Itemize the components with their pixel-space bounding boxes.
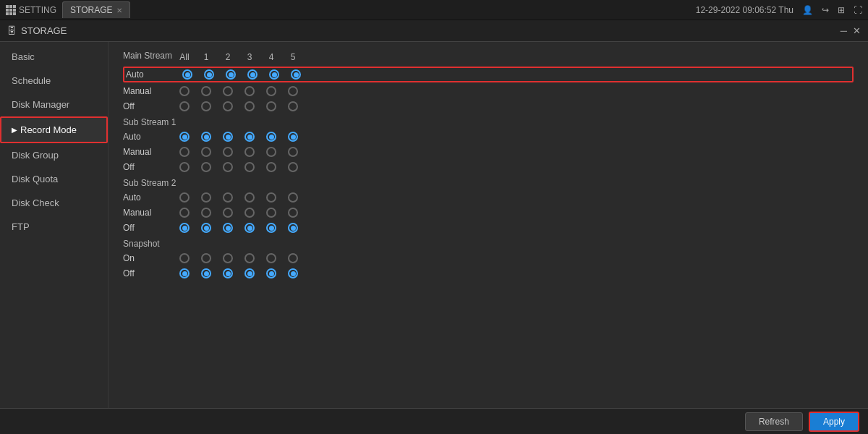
snap-on-row: On	[123, 252, 854, 265]
radio-ms-off-5[interactable]	[282, 101, 304, 111]
topbar: SETTING STORAGE ✕ 12-29-2022 09:06:52 Th…	[0, 0, 868, 20]
radio-ss1-auto-5[interactable]	[282, 132, 304, 142]
radio-ss2-auto-1[interactable]	[195, 192, 217, 203]
radio-ss1-auto-3[interactable]	[239, 132, 260, 142]
radio-ss1-off-5[interactable]	[282, 162, 304, 172]
radio-ss2-auto-all[interactable]	[174, 192, 195, 203]
fullscreen-icon[interactable]: ⛶	[854, 5, 862, 15]
datetime: 12-29-2022 09:06:52 Thu	[696, 5, 793, 15]
radio-ss2-off-1[interactable]	[195, 223, 217, 233]
radio-ss1-manual-all[interactable]	[174, 147, 195, 157]
radio-ss2-manual-2[interactable]	[217, 208, 239, 218]
radio-ss1-off-4[interactable]	[260, 162, 282, 172]
radio-ss2-off-4[interactable]	[260, 223, 282, 233]
radio-ms-manual-5[interactable]	[282, 86, 304, 96]
radio-ms-manual-1[interactable]	[195, 86, 217, 96]
logout-icon[interactable]: ↪	[822, 5, 829, 15]
radio-ss2-manual-3[interactable]	[239, 208, 260, 218]
user-icon[interactable]: 👤	[802, 5, 813, 15]
ss2-manual-row: Manual	[123, 206, 854, 219]
radio-ss1-auto-all[interactable]	[174, 132, 195, 142]
radio-ss2-auto-3[interactable]	[239, 192, 260, 203]
radio-ms-manual-3[interactable]	[239, 86, 260, 96]
col-1: 1	[195, 52, 217, 62]
sidebar-item-record-mode[interactable]: ▶ Record Mode	[0, 116, 108, 143]
radio-ms-manual-2[interactable]	[217, 86, 239, 96]
radio-snap-on-3[interactable]	[239, 253, 260, 263]
radio-snap-on-1[interactable]	[195, 253, 217, 263]
sidebar-item-disk-group[interactable]: Disk Group	[0, 143, 108, 167]
radio-snap-off-5[interactable]	[282, 268, 304, 278]
radio-ss1-auto-2[interactable]	[217, 132, 239, 142]
radio-ms-off-3[interactable]	[239, 101, 260, 111]
radio-ss2-manual-5[interactable]	[282, 208, 304, 218]
radio-ss1-manual-1[interactable]	[195, 147, 217, 157]
radio-ss2-off-all[interactable]	[174, 223, 195, 233]
radio-ss2-manual-4[interactable]	[260, 208, 282, 218]
sidebar-item-ftp[interactable]: FTP	[0, 215, 108, 239]
minimize-icon[interactable]: ─	[841, 25, 847, 36]
radio-ms-manual-4[interactable]	[260, 86, 282, 96]
radio-ms-off-1[interactable]	[195, 101, 217, 111]
storage-icon: 🗄	[7, 25, 17, 36]
radio-ms-off-2[interactable]	[217, 101, 239, 111]
radio-ss2-off-2[interactable]	[217, 223, 239, 233]
radio-ms-manual-all[interactable]	[174, 86, 195, 96]
radio-ss1-manual-3[interactable]	[239, 147, 260, 157]
radio-ss1-manual-5[interactable]	[282, 147, 304, 157]
refresh-button[interactable]: Refresh	[745, 412, 803, 431]
radio-snap-off-2[interactable]	[217, 268, 239, 278]
sidebar-item-disk-quota[interactable]: Disk Quota	[0, 167, 108, 191]
sidebar-item-schedule[interactable]: Schedule	[0, 69, 108, 93]
grid-view-icon[interactable]: ⊞	[838, 5, 845, 15]
radio-ms-auto-5[interactable]	[285, 69, 307, 80]
radio-ms-auto-3[interactable]	[242, 69, 263, 80]
radio-ss2-manual-all[interactable]	[174, 208, 195, 218]
radio-ss2-auto-4[interactable]	[260, 192, 282, 203]
radio-snap-on-all[interactable]	[174, 253, 195, 263]
col-5: 5	[282, 52, 304, 62]
radio-ms-auto-all[interactable]	[176, 69, 198, 80]
radio-ss2-auto-5[interactable]	[282, 192, 304, 203]
radio-snap-off-1[interactable]	[195, 268, 217, 278]
ss1-manual-row: Manual	[123, 145, 854, 158]
radio-ss1-manual-4[interactable]	[260, 147, 282, 157]
ss2-off-row: Off	[123, 221, 854, 234]
radio-ss2-manual-1[interactable]	[195, 208, 217, 218]
radio-ss2-off-5[interactable]	[282, 223, 304, 233]
radio-ms-auto-4[interactable]	[263, 69, 285, 80]
radio-ss1-off-1[interactable]	[195, 162, 217, 172]
radio-snap-on-2[interactable]	[217, 253, 239, 263]
radio-ms-auto-1[interactable]	[198, 69, 220, 80]
radio-ss1-off-all[interactable]	[174, 162, 195, 172]
main-stream-off-row: Off	[123, 100, 854, 113]
radio-snap-off-all[interactable]	[174, 268, 195, 278]
topbar-right: 12-29-2022 09:06:52 Thu 👤 ↪ ⊞ ⛶	[696, 5, 862, 15]
setting-tab[interactable]: SETTING	[6, 5, 56, 15]
radio-ms-auto-2[interactable]	[220, 69, 242, 80]
radio-ss1-manual-2[interactable]	[217, 147, 239, 157]
apply-button[interactable]: Apply	[809, 412, 859, 432]
sidebar-label-disk-manager: Disk Manager	[12, 99, 69, 110]
radio-snap-off-3[interactable]	[239, 268, 260, 278]
radio-ss1-off-3[interactable]	[239, 162, 260, 172]
radio-ms-off-4[interactable]	[260, 101, 282, 111]
close-icon[interactable]: ✕	[116, 7, 122, 14]
main-stream-header: Main Stream All 1 2 3 4 5	[123, 51, 854, 64]
radio-ms-off-all[interactable]	[174, 101, 195, 111]
sidebar-item-disk-manager[interactable]: Disk Manager	[0, 93, 108, 116]
radio-snap-on-5[interactable]	[282, 253, 304, 263]
radio-ss1-off-2[interactable]	[217, 162, 239, 172]
storage-tab[interactable]: STORAGE ✕	[62, 1, 130, 18]
radio-ss2-off-3[interactable]	[239, 223, 260, 233]
sidebar-item-basic[interactable]: Basic	[0, 45, 108, 69]
ss1-off-row: Off	[123, 161, 854, 174]
radio-ss1-auto-1[interactable]	[195, 132, 217, 142]
radio-snap-off-4[interactable]	[260, 268, 282, 278]
close-window-icon[interactable]: ✕	[853, 25, 861, 36]
radio-ss2-auto-2[interactable]	[217, 192, 239, 203]
sidebar-item-disk-check[interactable]: Disk Check	[0, 191, 108, 215]
tab-label: STORAGE	[70, 5, 112, 15]
radio-ss1-auto-4[interactable]	[260, 132, 282, 142]
radio-snap-on-4[interactable]	[260, 253, 282, 263]
